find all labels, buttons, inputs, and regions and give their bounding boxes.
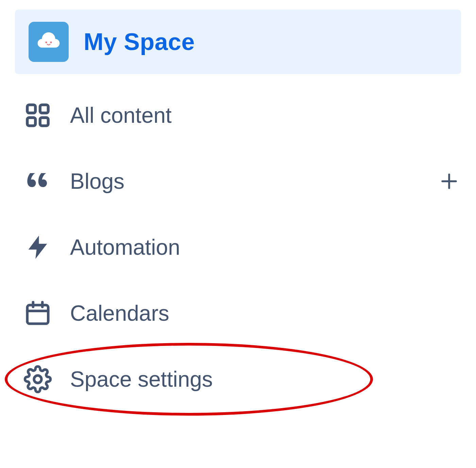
svg-point-12 (34, 375, 41, 383)
svg-rect-8 (27, 305, 48, 324)
add-blog-button[interactable] (437, 169, 461, 193)
grid-icon (24, 101, 52, 129)
sidebar-nav: All content Blogs (0, 89, 476, 405)
calendar-icon (24, 299, 52, 327)
svg-rect-3 (40, 105, 48, 113)
sidebar-item-label: Automation (70, 235, 180, 260)
gear-icon (24, 365, 52, 393)
svg-point-0 (45, 41, 47, 43)
space-logo-icon (29, 22, 69, 62)
svg-rect-4 (27, 118, 35, 126)
sidebar-item-space-settings[interactable]: Space settings (15, 353, 461, 405)
svg-rect-2 (27, 105, 35, 113)
space-title: My Space (84, 28, 195, 55)
sidebar-item-all-content[interactable]: All content (15, 89, 461, 141)
sidebar-item-label: Blogs (70, 169, 124, 194)
sidebar-item-blogs[interactable]: Blogs (15, 155, 461, 207)
sidebar-item-label: Space settings (70, 367, 213, 392)
bolt-icon (24, 233, 52, 261)
space-header[interactable]: My Space (15, 10, 461, 74)
quote-icon (24, 167, 52, 195)
sidebar-item-automation[interactable]: Automation (15, 221, 461, 273)
sidebar-item-calendars[interactable]: Calendars (15, 287, 461, 339)
sidebar-item-label: All content (70, 103, 172, 128)
svg-point-1 (50, 41, 52, 43)
sidebar-item-label: Calendars (70, 301, 169, 326)
svg-rect-5 (40, 118, 48, 126)
space-sidebar: My Space All content Blo (0, 10, 476, 405)
